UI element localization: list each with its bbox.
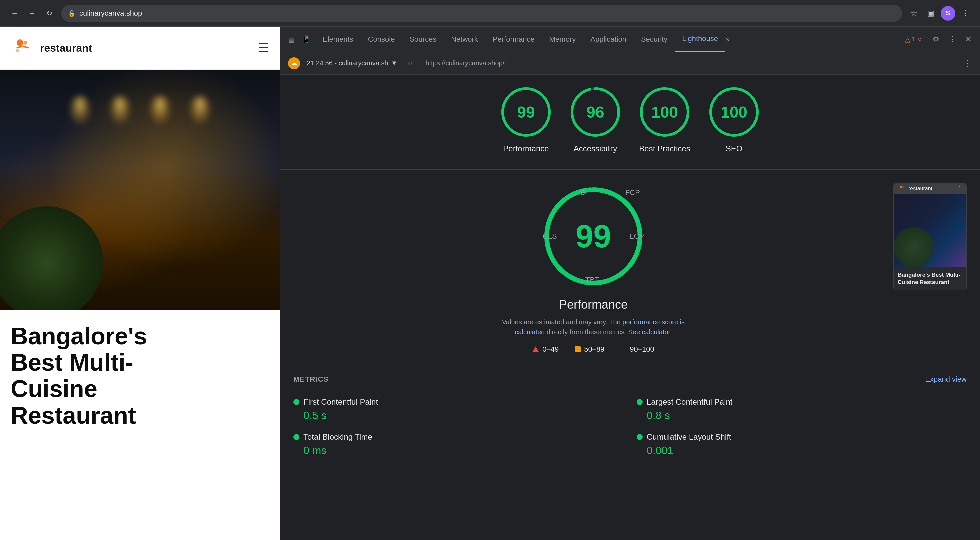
legend-item-medium: 50–89 xyxy=(575,345,605,354)
inspector-icon[interactable]: ▦ xyxy=(285,33,298,45)
score-circle-best-practices: 100 xyxy=(638,85,691,139)
metric-lcp: Largest Contentful Paint 0.8 s xyxy=(637,397,967,422)
metric-lcp-label-row: Largest Contentful Paint xyxy=(637,397,967,407)
website-panel: restaurant ☰ Bangalore's Best Multi- Cui… xyxy=(0,27,280,540)
metric-fcp-label-row: First Contentful Paint xyxy=(293,397,623,407)
thumb-logo-icon xyxy=(898,185,906,193)
legend-row: 0–49 50–89 90–100 xyxy=(532,345,654,354)
metric-lcp-dot xyxy=(637,399,643,405)
best-practices-score-label: Best Practices xyxy=(639,144,690,153)
main-layout: restaurant ☰ Bangalore's Best Multi- Cui… xyxy=(0,27,980,540)
restaurant-name: restaurant xyxy=(40,42,92,54)
metric-cls: Cumulative Layout Shift 0.001 xyxy=(637,432,967,457)
gauge-labels: SI FCP CLS LCP TBT xyxy=(540,183,647,290)
svg-point-13 xyxy=(900,186,902,188)
lighthouse-toolbar: ☁ 21:24:56 - culinarycanva.sh ▼ ○ https:… xyxy=(280,52,980,75)
gauge-label-si: SI xyxy=(580,188,587,197)
menu-button[interactable]: ⋮ xyxy=(959,7,972,20)
metric-cls-dot xyxy=(637,434,643,440)
tab-console[interactable]: Console xyxy=(361,27,402,52)
reload-button[interactable]: ↻ xyxy=(43,7,56,20)
audit-url: https://culinarycanva.shop/ xyxy=(425,59,504,67)
score-circle-seo: 100 xyxy=(707,85,760,139)
address-bar[interactable]: 🔒 culinarycanva.shop xyxy=(61,5,902,22)
tab-elements[interactable]: Elements xyxy=(316,27,360,52)
hamburger-menu-icon[interactable]: ☰ xyxy=(258,41,269,55)
thumb-more-icon: ⋮ xyxy=(956,185,963,192)
device-icon[interactable]: 📱 xyxy=(300,33,312,45)
devtools-tabs: ▦ 📱 Elements Console Sources Network Per… xyxy=(280,27,980,52)
metric-tbt-dot xyxy=(293,434,299,440)
tab-lighthouse[interactable]: Lighthouse xyxy=(675,27,725,52)
metrics-section: METRICS Expand view First Contentful Pai… xyxy=(293,375,967,457)
metrics-header: METRICS Expand view xyxy=(293,375,967,389)
divider-top xyxy=(280,169,980,170)
metric-tbt-label-row: Total Blocking Time xyxy=(293,432,623,442)
metric-cls-label-row: Cumulative Layout Shift xyxy=(637,432,967,442)
lighthouse-icon: ☁ xyxy=(288,57,300,69)
tab-sources[interactable]: Sources xyxy=(402,27,443,52)
food-overlay xyxy=(0,206,103,310)
warning-triangle-icon: △ xyxy=(905,35,910,43)
logo-icon xyxy=(11,36,35,60)
bookmark-button[interactable]: ☆ xyxy=(907,7,921,20)
restaurant-logo: restaurant xyxy=(11,36,92,60)
metric-tbt: Total Blocking Time 0 ms xyxy=(293,432,623,457)
thumb-header: restaurant ⋮ xyxy=(894,183,966,194)
performance-score-label: Performance xyxy=(503,144,549,153)
devtools-panel: ▦ 📱 Elements Console Sources Network Per… xyxy=(280,27,980,540)
tab-application[interactable]: Application xyxy=(584,27,633,52)
score-circle-performance: 99 xyxy=(500,85,553,139)
more-options-icon[interactable]: ⋮ xyxy=(945,33,959,46)
metric-fcp: First Contentful Paint 0.5 s xyxy=(293,397,623,422)
browser-actions: ☆ ▣ S ⋮ xyxy=(907,6,972,21)
settings-icon[interactable]: ⚙ xyxy=(929,33,943,46)
website-header: restaurant ☰ xyxy=(0,27,280,70)
expand-view-button[interactable]: Expand view xyxy=(925,375,967,384)
tab-memory[interactable]: Memory xyxy=(542,27,582,52)
forward-button[interactable]: → xyxy=(25,7,39,20)
extensions-button[interactable]: ▣ xyxy=(924,7,937,20)
website-hero xyxy=(0,70,280,310)
gauge-label-tbt: TBT xyxy=(585,276,599,284)
clear-button[interactable]: ○ xyxy=(404,57,416,69)
accessibility-score-number: 96 xyxy=(586,103,604,121)
nav-buttons: ← → ↻ xyxy=(8,7,56,20)
legend-dot-icon xyxy=(620,346,626,352)
close-devtools-icon[interactable]: ✕ xyxy=(962,33,975,46)
lighthouse-content: 99 Performance 96 Accessibility xyxy=(280,75,980,540)
thumb-content: Bangalore's Best Multi-Cuisine Restauran… xyxy=(894,267,966,290)
legend-triangle-icon xyxy=(532,346,539,352)
timestamp-dropdown[interactable]: 21:24:56 - culinarycanva.sh ▼ xyxy=(307,59,397,67)
tab-network[interactable]: Network xyxy=(444,27,485,52)
metric-cls-name: Cumulative Layout Shift xyxy=(647,432,731,442)
seo-score-number: 100 xyxy=(721,103,747,121)
best-practices-score-number: 100 xyxy=(651,103,678,121)
seo-score-label: SEO xyxy=(725,144,743,153)
devtools-actions: △ 1 ○ 1 ⚙ ⋮ ✕ xyxy=(905,33,975,46)
metric-fcp-value: 0.5 s xyxy=(293,409,623,422)
website-headline: Bangalore's Best Multi- Cuisine Restaura… xyxy=(11,323,269,428)
user-avatar[interactable]: S xyxy=(941,6,955,21)
metric-cls-value: 0.001 xyxy=(637,444,967,457)
tab-security[interactable]: Security xyxy=(634,27,674,52)
score-seo: 100 SEO xyxy=(707,85,760,153)
more-tabs-icon[interactable]: » xyxy=(726,35,730,43)
calculator-link[interactable]: See calculator. xyxy=(628,328,672,336)
metrics-title: METRICS xyxy=(293,375,329,384)
browser-chrome: ← → ↻ 🔒 culinarycanva.shop ☆ ▣ S ⋮ xyxy=(0,0,980,27)
tab-performance[interactable]: Performance xyxy=(486,27,541,52)
svg-point-14 xyxy=(902,186,904,188)
back-button[interactable]: ← xyxy=(8,7,21,20)
gauge-container: 99 SI FCP CLS LCP TBT Performance Values… xyxy=(293,183,893,362)
svg-point-2 xyxy=(16,49,19,53)
score-best-practices: 100 Best Practices xyxy=(638,85,691,153)
error-circle-icon: ○ xyxy=(918,35,922,43)
toolbar-more-icon[interactable]: ⋮ xyxy=(963,58,972,68)
thumb-image xyxy=(894,194,966,267)
devtools-tab-icons: ▦ 📱 xyxy=(285,33,312,45)
error-badge: ○ 1 xyxy=(918,35,927,43)
legend-item-bad: 0–49 xyxy=(532,345,558,354)
gauge-label-lcp: LCP xyxy=(630,232,644,241)
hero-image xyxy=(0,70,280,310)
